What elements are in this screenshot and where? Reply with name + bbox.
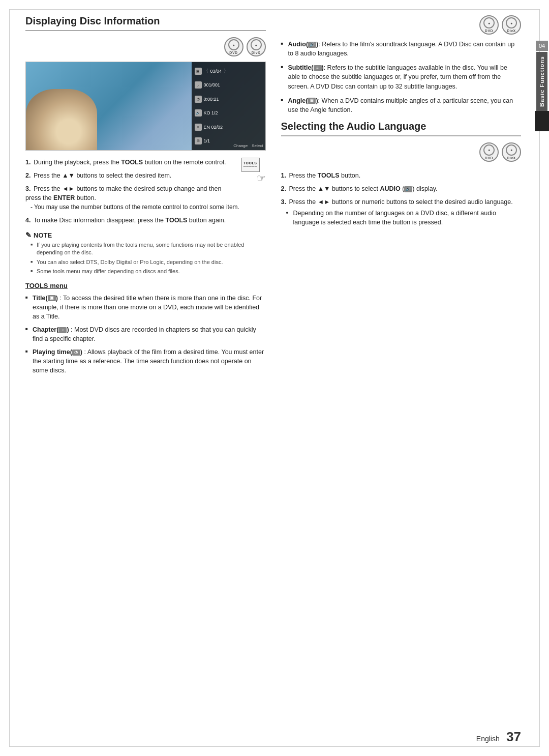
footer: English 37 — [476, 729, 521, 745]
dvd-badge-right: ● DVD — [479, 15, 499, 35]
overlay-audio-value: KO 1/2 — [204, 110, 218, 115]
overlay-bottom: Change Select — [233, 143, 263, 148]
dvd-badge-s2: ● DVD — [479, 142, 499, 162]
overlay-row-audio: 🔊 KO 1/2 — [195, 109, 262, 117]
note-icon: ✎ — [25, 231, 32, 239]
feature-subtitle: Subtitle(≡): Refers to the subtitle lang… — [281, 63, 522, 91]
step-1: 1. During the playback, press the TOOLS … — [25, 158, 266, 167]
tools-icon: TOOLS───── ☞ — [241, 158, 266, 184]
hand-icon: ☞ — [257, 172, 266, 184]
note-title-text: NOTE — [34, 231, 52, 239]
section-title-disc: Displaying Disc Information — [25, 15, 266, 31]
overlay-row-disc: ▣ 〈 03/04 〉 — [195, 68, 262, 75]
tools-menu-item-playtime: Playing time(◔) : Allows playback of the… — [25, 347, 266, 375]
overlay-icon-time: ◔ — [195, 96, 202, 103]
divx-badge-s2: ● DivX — [502, 142, 521, 162]
note-title: ✎ NOTE — [25, 231, 266, 239]
overlay-chapter-value: 001/001 — [204, 82, 221, 88]
divx-badge-inner: ● — [251, 39, 262, 50]
overlay-change-label: Change — [233, 143, 248, 148]
overlay-icon-audio: 🔊 — [195, 109, 202, 117]
note-list: If you are playing contents from the too… — [25, 241, 266, 276]
overlay-icon-disc: ▣ — [195, 68, 202, 75]
numbered-steps-list: 1. During the playback, press the TOOLS … — [25, 158, 266, 225]
tools-icon-container: TOOLS───── ☞ — [241, 158, 266, 184]
overlay-row-time: ◔ 0:00:21 — [195, 96, 262, 103]
audio-step-1: 1. Press the TOOLS button. — [281, 171, 522, 180]
tab-number: 04 — [536, 41, 548, 51]
tools-menu-item-title: Title(▣) : To access the desired title w… — [25, 294, 266, 321]
screen-dog-graphic — [26, 89, 97, 150]
left-column: Displaying Disc Information ● DVD ● DivX… — [25, 15, 266, 736]
dvd-badge-inner: ● — [228, 39, 239, 50]
section-title-audio: Selecting the Audio Language — [281, 121, 522, 136]
feature-audio: Audio(🔊): Refers to the film's soundtrac… — [281, 40, 522, 58]
audio-icon: 🔊 — [308, 42, 316, 48]
tab-black-block — [535, 111, 549, 131]
tools-menu-section: TOOLS menu Title(▣) : To access the desi… — [25, 282, 266, 375]
right-column: ● DVD ● DivX Audio(🔊): Refers to the fil… — [281, 15, 522, 736]
note-item-3: Some tools menu may differ depending on … — [30, 268, 266, 275]
overlay-select-label: Select — [252, 143, 263, 148]
note-item-1: If you are playing contents from the too… — [30, 241, 266, 257]
overlay-icon-chapter: ♪ — [195, 81, 202, 89]
main-content: Displaying Disc Information ● DVD ● DivX… — [25, 15, 521, 736]
screen-image: ▣ 〈 03/04 〉 ♪ 001/001 ◔ 0:00:21 🔊 — [25, 62, 266, 151]
badge-row-section2: ● DVD ● DivX — [281, 142, 522, 162]
audio-step-3: 3. Press the ◄► buttons or numeric butto… — [281, 197, 522, 227]
audio-step-2: 2. Press the ▲▼ buttons to select AUDIO … — [281, 184, 522, 193]
feature-angle: Angle(⊞): When a DVD contains multiple a… — [281, 96, 522, 114]
divx-badge-label-s2: DivX — [507, 156, 516, 160]
divx-badge-inner-right: ● — [506, 17, 517, 28]
note-section: ✎ NOTE If you are playing contents from … — [25, 231, 266, 276]
overlay-icon-subtitle: ≡ — [195, 124, 202, 131]
footer-page-number: 37 — [506, 729, 521, 744]
title-icon: ▣ — [48, 295, 56, 301]
tools-menu-list: Title(▣) : To access the desired title w… — [25, 294, 266, 375]
dvd-badge-label-s2: DVD — [485, 156, 493, 160]
subtitle-icon: ≡ — [314, 65, 322, 71]
badge-row-left: ● DVD ● DivX — [25, 37, 266, 56]
divx-badge-label-right: DivX — [507, 29, 516, 33]
footer-language: English — [476, 735, 500, 743]
tools-box: TOOLS───── — [241, 158, 260, 172]
playtime-icon: ◔ — [72, 350, 80, 356]
tab-label: Basic Functions — [536, 52, 547, 111]
dvd-badge-label: DVD — [229, 51, 237, 54]
dvd-badge-label-right: DVD — [485, 29, 493, 33]
step-3: 3. Press the ◄► buttons to make the desi… — [25, 184, 266, 212]
overlay-angle-value: 1/1 — [204, 138, 210, 143]
step-4: 4. To make Disc information disappear, p… — [25, 216, 266, 225]
dvd-badge-inner-s2: ● — [483, 144, 495, 156]
overlay-time-value: 0:00:21 — [204, 97, 219, 102]
tools-menu-item-chapter: Chapter(♪) : Most DVD discs are recorded… — [25, 325, 266, 343]
overlay-disc-value: 03/04 — [210, 69, 222, 74]
divx-badge: ● DivX — [247, 37, 266, 56]
overlay-row-chapter: ♪ 001/001 — [195, 81, 262, 89]
divx-badge-inner-s2: ● — [506, 144, 517, 156]
side-tab: 04 Basic Functions — [535, 41, 549, 131]
tools-menu-title: TOOLS menu — [25, 282, 266, 289]
audio-step-icon: 🔊 — [404, 186, 412, 192]
badge-row-right: ● DVD ● DivX — [281, 15, 522, 35]
note-item-2: You can also select DTS, Dolby Digital o… — [30, 258, 266, 266]
step-2: 2. Press the ▲▼ buttons to select the de… — [25, 171, 266, 180]
divx-badge-right: ● DivX — [502, 15, 521, 35]
overlay-icon-angle: ⊞ — [195, 137, 202, 144]
audio-steps-list: 1. Press the TOOLS button. 2. Press the … — [281, 171, 522, 227]
angle-icon: ⊞ — [308, 98, 316, 104]
divx-badge-label: DivX — [252, 51, 261, 54]
dvd-badge: ● DVD — [224, 37, 243, 56]
right-features-list: Audio(🔊): Refers to the film's soundtrac… — [281, 40, 522, 114]
dvd-badge-inner-right: ● — [483, 17, 495, 28]
screen-overlay: ▣ 〈 03/04 〉 ♪ 001/001 ◔ 0:00:21 🔊 — [192, 62, 265, 150]
audio-step-3-subbullet: Depending on the number of languages on … — [281, 209, 522, 227]
chapter-icon: ♪ — [58, 327, 67, 333]
overlay-subtitle-value: EN 02/02 — [204, 125, 223, 130]
overlay-row-subtitle: ≡ EN 02/02 — [195, 124, 262, 131]
subbullet-1: Depending on the number of languages on … — [286, 209, 522, 227]
steps-section: TOOLS───── ☞ 1. During the playback, pre… — [25, 158, 266, 225]
